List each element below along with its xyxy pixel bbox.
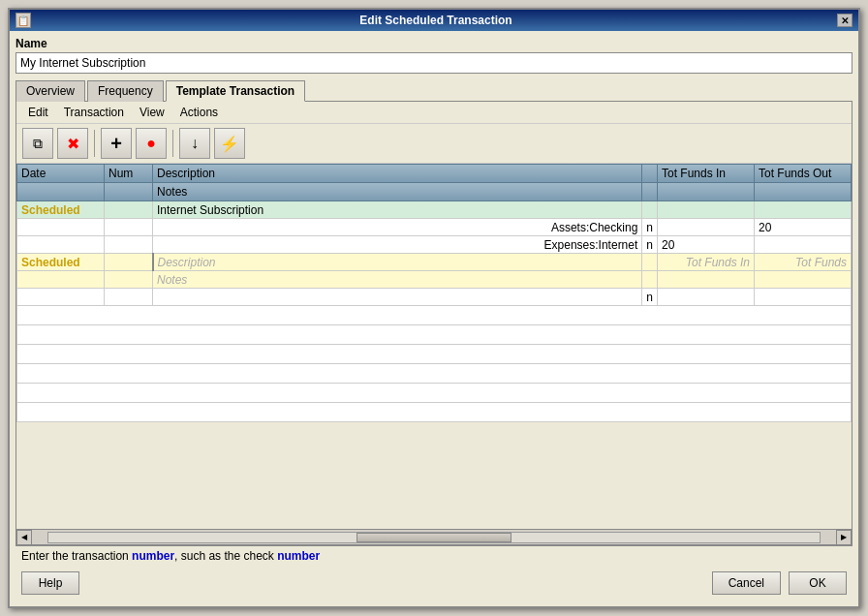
cell-num: [105, 236, 153, 254]
tab-bar: Overview Frequency Template Transaction: [16, 79, 852, 102]
ok-button[interactable]: OK: [789, 571, 847, 595]
name-section: Name: [16, 37, 852, 74]
name-label: Name: [16, 37, 852, 50]
table-subheader-row: Notes: [17, 183, 852, 201]
table-row: [17, 306, 852, 325]
cell-n: [642, 201, 658, 219]
cell-funds-out: 20: [755, 219, 852, 236]
cell-n: n: [642, 289, 658, 306]
menu-edit[interactable]: Edit: [20, 104, 56, 121]
cell-funds-in: 20: [658, 236, 755, 254]
cell-n: n: [642, 236, 658, 254]
status-text: Enter the transaction number, such as th…: [21, 549, 320, 563]
status-bar: Enter the transaction number, such as th…: [16, 545, 852, 566]
cell-desc: Description: [153, 254, 642, 271]
menu-transaction[interactable]: Transaction: [56, 104, 132, 121]
table-container: Date Num Description Tot Funds In Tot Fu…: [16, 164, 852, 544]
table-row: Assets:Checking n 20: [17, 219, 852, 236]
main-area: Edit Transaction View Actions ⧉ ✖ + ● ↓ …: [16, 102, 852, 545]
subheader-funds-out: [755, 183, 852, 201]
subheader-funds-in: [658, 183, 755, 201]
cell-num: [105, 289, 153, 306]
cell-funds-in: [658, 201, 755, 219]
header-date: Date: [17, 165, 105, 183]
status-highlight-1: number: [132, 549, 174, 563]
toolbar: ⧉ ✖ + ● ↓ ⚡: [16, 124, 852, 164]
toolbar-separator-2: [172, 130, 173, 157]
window-icon: 📋: [16, 13, 31, 28]
scroll-track[interactable]: [47, 532, 821, 543]
cell-transfer: Expenses:Internet: [153, 236, 642, 254]
menu-actions[interactable]: Actions: [172, 104, 226, 121]
horizontal-scrollbar[interactable]: ◀ ▶: [16, 529, 852, 544]
cell-n: n: [642, 219, 658, 236]
cancel-edit-button[interactable]: ✖: [57, 128, 88, 159]
cell-funds-out: [755, 201, 852, 219]
schedule-button[interactable]: ↓: [179, 128, 210, 159]
table-row: [17, 325, 852, 345]
add-transaction-button[interactable]: +: [101, 128, 132, 159]
tab-overview[interactable]: Overview: [16, 80, 85, 102]
cell-num: [105, 219, 153, 236]
tab-template[interactable]: Template Transaction: [166, 80, 305, 102]
ledger-table: Date Num Description Tot Funds In Tot Fu…: [16, 164, 852, 422]
header-n: [642, 165, 658, 183]
cell-funds-out: [755, 271, 852, 289]
main-window: 📋 Edit Scheduled Transaction ✕ Name Over…: [8, 8, 860, 608]
cell-n: [642, 271, 658, 289]
menubar: Edit Transaction View Actions: [16, 102, 852, 124]
header-desc: Description: [153, 165, 642, 183]
table-area[interactable]: Date Num Description Tot Funds In Tot Fu…: [16, 164, 852, 529]
header-funds-out: Tot Funds Out: [755, 165, 852, 183]
record-button[interactable]: ●: [136, 128, 167, 159]
cell-funds-out: [755, 289, 852, 306]
table-row: Scheduled Description Tot Funds In Tot F…: [17, 254, 852, 271]
help-button[interactable]: Help: [21, 571, 79, 595]
titlebar: 📋 Edit Scheduled Transaction ✕: [10, 10, 858, 31]
cell-num: [105, 254, 153, 271]
subheader-notes: Notes: [153, 183, 642, 201]
table-row: [17, 345, 852, 364]
subheader-n: [642, 183, 658, 201]
header-num: Num: [105, 165, 153, 183]
jump-button[interactable]: ⚡: [214, 128, 245, 159]
cell-n: [642, 254, 658, 271]
duplicate-button[interactable]: ⧉: [22, 128, 53, 159]
cell-date: [17, 271, 105, 289]
cell-desc: Internet Subscription: [153, 201, 642, 219]
scroll-right-button[interactable]: ▶: [836, 530, 852, 545]
scroll-thumb[interactable]: [356, 533, 511, 542]
cell-funds-out: [755, 236, 852, 254]
table-row: [17, 384, 852, 403]
table-row: [17, 364, 852, 384]
cell-num: [105, 271, 153, 289]
cell-date: [17, 236, 105, 254]
cell-funds-in: [658, 271, 755, 289]
cell-date: Scheduled: [17, 201, 105, 219]
toolbar-separator-1: [94, 130, 95, 157]
cell-desc: [153, 289, 642, 306]
header-funds-in: Tot Funds In: [658, 165, 755, 183]
subheader-num: [105, 183, 153, 201]
cell-funds-in: [658, 289, 755, 306]
status-highlight-2: number: [277, 549, 320, 563]
table-header-row: Date Num Description Tot Funds In Tot Fu…: [17, 165, 852, 183]
table-row: n: [17, 289, 852, 306]
footer-buttons: Help Cancel OK: [16, 566, 852, 601]
name-input[interactable]: [16, 52, 852, 74]
cell-notes: Notes: [153, 271, 642, 289]
cell-transfer: Assets:Checking: [153, 219, 642, 236]
subheader-date: [17, 183, 105, 201]
scroll-left-button[interactable]: ◀: [16, 530, 32, 545]
cell-funds-out: Tot Funds: [755, 254, 852, 271]
menu-view[interactable]: View: [132, 104, 172, 121]
table-row: Expenses:Internet n 20: [17, 236, 852, 254]
cancel-button[interactable]: Cancel: [712, 571, 781, 595]
window-title: Edit Scheduled Transaction: [35, 14, 837, 27]
cell-date: [17, 289, 105, 306]
tab-frequency[interactable]: Frequency: [87, 80, 164, 102]
close-button[interactable]: ✕: [837, 14, 852, 27]
content-area: Name Overview Frequency Template Transac…: [10, 31, 858, 606]
footer-right-buttons: Cancel OK: [712, 571, 847, 595]
cell-funds-in: [658, 219, 755, 236]
